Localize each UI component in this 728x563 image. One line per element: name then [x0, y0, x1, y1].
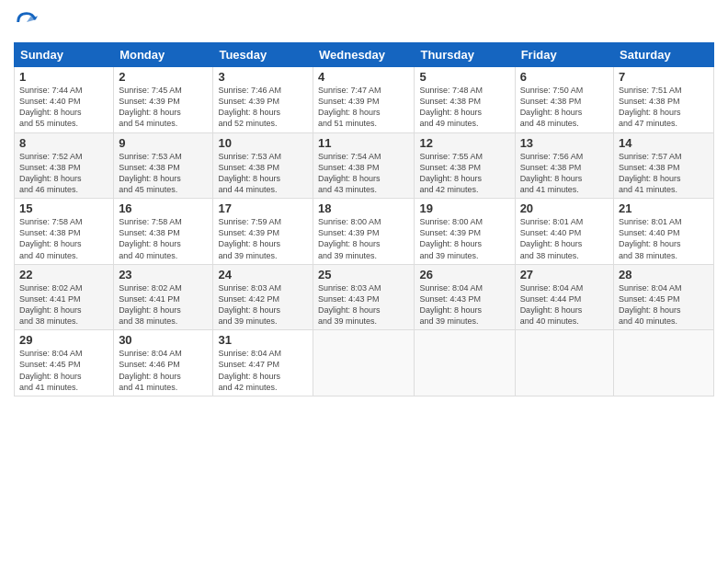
day-info: Sunrise: 8:04 AMSunset: 4:45 PMDaylight:… — [19, 348, 108, 393]
day-number: 22 — [19, 268, 108, 282]
page-container: Sunday Monday Tuesday Wednesday Thursday… — [0, 0, 728, 563]
table-row: 1Sunrise: 7:44 AMSunset: 4:40 PMDaylight… — [15, 67, 114, 133]
day-info: Sunrise: 8:04 AMSunset: 4:46 PMDaylight:… — [119, 348, 208, 393]
day-info: Sunrise: 7:53 AMSunset: 4:38 PMDaylight:… — [218, 151, 308, 196]
day-info: Sunrise: 8:00 AMSunset: 4:39 PMDaylight:… — [318, 216, 409, 261]
day-number: 2 — [119, 70, 208, 84]
table-row: 10Sunrise: 7:53 AMSunset: 4:38 PMDayligh… — [213, 132, 313, 199]
table-row: 19Sunrise: 8:00 AMSunset: 4:39 PMDayligh… — [415, 199, 515, 265]
table-row: 7Sunrise: 7:51 AMSunset: 4:38 PMDaylight… — [614, 67, 714, 133]
table-row: 22Sunrise: 8:02 AMSunset: 4:41 PMDayligh… — [15, 264, 114, 330]
calendar-week-row: 8Sunrise: 7:52 AMSunset: 4:38 PMDaylight… — [15, 132, 714, 199]
day-info: Sunrise: 7:44 AMSunset: 4:40 PMDaylight:… — [19, 85, 108, 130]
day-number: 30 — [119, 333, 208, 347]
day-info: Sunrise: 8:00 AMSunset: 4:39 PMDaylight:… — [419, 216, 509, 261]
day-number: 16 — [119, 201, 208, 215]
calendar-week-row: 15Sunrise: 7:58 AMSunset: 4:38 PMDayligh… — [15, 199, 714, 265]
day-info: Sunrise: 7:52 AMSunset: 4:38 PMDaylight:… — [19, 151, 108, 196]
day-number: 11 — [318, 136, 409, 150]
table-row: 16Sunrise: 7:58 AMSunset: 4:38 PMDayligh… — [114, 199, 213, 265]
day-info: Sunrise: 7:58 AMSunset: 4:38 PMDaylight:… — [119, 216, 208, 261]
day-number: 17 — [218, 201, 308, 215]
day-info: Sunrise: 8:04 AMSunset: 4:44 PMDaylight:… — [520, 282, 609, 327]
table-row: 6Sunrise: 7:50 AMSunset: 4:38 PMDaylight… — [515, 67, 613, 133]
day-info: Sunrise: 7:58 AMSunset: 4:38 PMDaylight:… — [19, 216, 108, 261]
day-number: 19 — [419, 201, 509, 215]
day-number: 24 — [218, 268, 308, 282]
col-saturday: Saturday — [614, 43, 714, 67]
table-row: 12Sunrise: 7:55 AMSunset: 4:38 PMDayligh… — [415, 132, 515, 199]
day-number: 26 — [419, 268, 509, 282]
day-info: Sunrise: 8:04 AMSunset: 4:47 PMDaylight:… — [218, 348, 308, 393]
day-info: Sunrise: 7:47 AMSunset: 4:39 PMDaylight:… — [318, 85, 409, 130]
day-number: 15 — [19, 201, 108, 215]
day-number: 12 — [419, 136, 509, 150]
day-info: Sunrise: 7:51 AMSunset: 4:38 PMDaylight:… — [619, 85, 709, 130]
day-number: 4 — [318, 70, 409, 84]
day-number: 6 — [520, 70, 609, 84]
table-row: 5Sunrise: 7:48 AMSunset: 4:38 PMDaylight… — [415, 67, 515, 133]
day-number: 1 — [19, 70, 108, 84]
day-number: 3 — [218, 70, 308, 84]
day-info: Sunrise: 7:50 AMSunset: 4:38 PMDaylight:… — [520, 85, 609, 130]
day-number: 27 — [520, 268, 609, 282]
page-header — [14, 9, 714, 35]
day-info: Sunrise: 8:02 AMSunset: 4:41 PMDaylight:… — [119, 282, 208, 327]
table-row: 9Sunrise: 7:53 AMSunset: 4:38 PMDaylight… — [114, 132, 213, 199]
day-number: 13 — [520, 136, 609, 150]
day-number: 25 — [318, 268, 409, 282]
table-row: 15Sunrise: 7:58 AMSunset: 4:38 PMDayligh… — [15, 199, 114, 265]
table-row: 8Sunrise: 7:52 AMSunset: 4:38 PMDaylight… — [15, 132, 114, 199]
table-row: 28Sunrise: 8:04 AMSunset: 4:45 PMDayligh… — [614, 264, 714, 330]
table-row: 2Sunrise: 7:45 AMSunset: 4:39 PMDaylight… — [114, 67, 213, 133]
day-info: Sunrise: 7:54 AMSunset: 4:38 PMDaylight:… — [318, 151, 409, 196]
col-sunday: Sunday — [15, 43, 114, 67]
day-info: Sunrise: 7:59 AMSunset: 4:39 PMDaylight:… — [218, 216, 308, 261]
table-row: 11Sunrise: 7:54 AMSunset: 4:38 PMDayligh… — [313, 132, 415, 199]
day-number: 7 — [619, 70, 709, 84]
day-number: 5 — [419, 70, 509, 84]
table-row — [313, 330, 415, 396]
table-row: 31Sunrise: 8:04 AMSunset: 4:47 PMDayligh… — [213, 330, 313, 396]
table-row: 4Sunrise: 7:47 AMSunset: 4:39 PMDaylight… — [313, 67, 415, 133]
calendar-table: Sunday Monday Tuesday Wednesday Thursday… — [14, 42, 714, 396]
col-monday: Monday — [114, 43, 213, 67]
calendar-week-row: 1Sunrise: 7:44 AMSunset: 4:40 PMDaylight… — [15, 67, 714, 133]
col-wednesday: Wednesday — [313, 43, 415, 67]
day-number: 20 — [520, 201, 609, 215]
table-row: 29Sunrise: 8:04 AMSunset: 4:45 PMDayligh… — [15, 330, 114, 396]
day-info: Sunrise: 7:53 AMSunset: 4:38 PMDaylight:… — [119, 151, 208, 196]
day-info: Sunrise: 7:57 AMSunset: 4:38 PMDaylight:… — [619, 151, 709, 196]
day-info: Sunrise: 7:46 AMSunset: 4:39 PMDaylight:… — [218, 85, 308, 130]
table-row: 17Sunrise: 7:59 AMSunset: 4:39 PMDayligh… — [213, 199, 313, 265]
table-row: 23Sunrise: 8:02 AMSunset: 4:41 PMDayligh… — [114, 264, 213, 330]
day-number: 18 — [318, 201, 409, 215]
table-row: 13Sunrise: 7:56 AMSunset: 4:38 PMDayligh… — [515, 132, 613, 199]
table-row — [614, 330, 714, 396]
table-row: 24Sunrise: 8:03 AMSunset: 4:42 PMDayligh… — [213, 264, 313, 330]
day-number: 29 — [19, 333, 108, 347]
table-row — [515, 330, 613, 396]
day-info: Sunrise: 7:56 AMSunset: 4:38 PMDaylight:… — [520, 151, 609, 196]
day-number: 31 — [218, 333, 308, 347]
day-info: Sunrise: 7:45 AMSunset: 4:39 PMDaylight:… — [119, 85, 208, 130]
day-info: Sunrise: 8:01 AMSunset: 4:40 PMDaylight:… — [619, 216, 709, 261]
day-info: Sunrise: 8:03 AMSunset: 4:42 PMDaylight:… — [218, 282, 308, 327]
table-row: 3Sunrise: 7:46 AMSunset: 4:39 PMDaylight… — [213, 67, 313, 133]
day-number: 14 — [619, 136, 709, 150]
table-row: 25Sunrise: 8:03 AMSunset: 4:43 PMDayligh… — [313, 264, 415, 330]
day-number: 8 — [19, 136, 108, 150]
col-thursday: Thursday — [415, 43, 515, 67]
col-tuesday: Tuesday — [213, 43, 313, 67]
table-row: 18Sunrise: 8:00 AMSunset: 4:39 PMDayligh… — [313, 199, 415, 265]
day-number: 28 — [619, 268, 709, 282]
logo-icon — [14, 9, 40, 35]
day-number: 23 — [119, 268, 208, 282]
table-row — [415, 330, 515, 396]
day-info: Sunrise: 8:04 AMSunset: 4:45 PMDaylight:… — [619, 282, 709, 327]
day-info: Sunrise: 8:01 AMSunset: 4:40 PMDaylight:… — [520, 216, 609, 261]
table-row: 26Sunrise: 8:04 AMSunset: 4:43 PMDayligh… — [415, 264, 515, 330]
col-friday: Friday — [515, 43, 613, 67]
table-row: 27Sunrise: 8:04 AMSunset: 4:44 PMDayligh… — [515, 264, 613, 330]
calendar-header-row: Sunday Monday Tuesday Wednesday Thursday… — [15, 43, 714, 67]
